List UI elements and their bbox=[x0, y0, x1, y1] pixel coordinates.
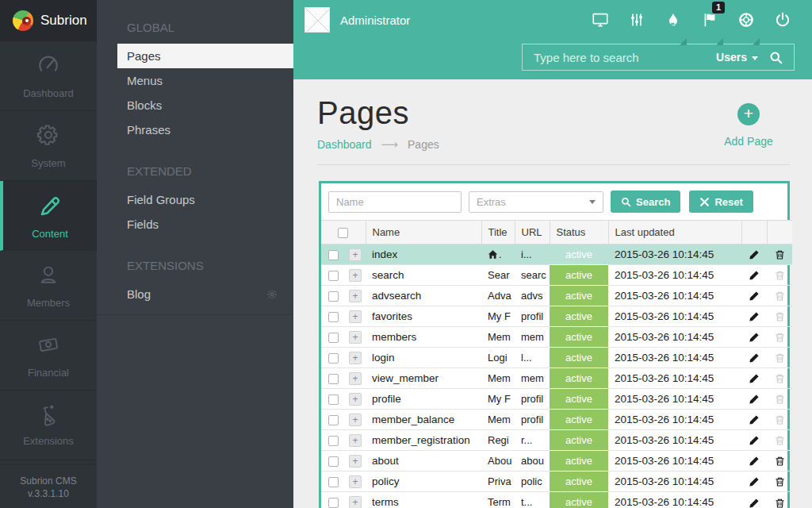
edit-cell[interactable] bbox=[741, 327, 767, 348]
page-name[interactable]: search bbox=[366, 265, 481, 286]
column-last-updated[interactable]: Last updated bbox=[608, 221, 741, 244]
breadcrumb-dashboard[interactable]: Dashboard bbox=[317, 138, 372, 151]
page-name[interactable]: member_registration bbox=[366, 430, 481, 451]
delete-cell[interactable] bbox=[767, 471, 792, 492]
blog-settings-gear-icon[interactable] bbox=[266, 289, 278, 300]
page-name[interactable]: member_balance bbox=[366, 410, 481, 430]
page-name[interactable]: advsearch bbox=[366, 286, 481, 306]
edit-cell[interactable] bbox=[741, 410, 767, 430]
row-checkbox[interactable] bbox=[328, 456, 339, 467]
filter-extras-select[interactable]: Extras bbox=[469, 191, 603, 213]
edit-cell[interactable] bbox=[741, 368, 767, 389]
row-checkbox[interactable] bbox=[328, 353, 339, 364]
flame-icon[interactable] bbox=[655, 0, 691, 40]
lifering-icon[interactable] bbox=[728, 0, 764, 40]
sidebar-item-members[interactable]: Members bbox=[0, 251, 97, 321]
table-row[interactable]: +advsearchAdvaadvsactive2015-03-26 10:14… bbox=[321, 286, 792, 306]
edit-icon[interactable] bbox=[749, 496, 760, 508]
expand-row-icon[interactable]: + bbox=[349, 414, 362, 426]
submenu-item-blocks[interactable]: Blocks bbox=[97, 93, 293, 117]
row-checkbox[interactable] bbox=[328, 394, 339, 405]
edit-icon[interactable] bbox=[749, 475, 760, 487]
row-checkbox[interactable] bbox=[328, 250, 339, 260]
power-icon[interactable] bbox=[764, 0, 801, 40]
edit-cell[interactable] bbox=[741, 286, 767, 306]
select-all-checkbox[interactable] bbox=[338, 228, 348, 238]
edit-cell[interactable] bbox=[741, 471, 767, 492]
delete-cell[interactable] bbox=[767, 244, 792, 265]
sidebar-item-dashboard[interactable]: Dashboard bbox=[0, 41, 97, 111]
table-row[interactable]: +member_registrationRegir...active2015-0… bbox=[321, 430, 792, 451]
edit-icon[interactable] bbox=[749, 393, 760, 405]
delete-cell[interactable] bbox=[767, 348, 792, 368]
row-checkbox[interactable] bbox=[328, 271, 339, 281]
page-name[interactable]: members bbox=[366, 327, 481, 348]
add-page-button[interactable]: + Add Page bbox=[720, 103, 777, 148]
delete-icon[interactable] bbox=[775, 475, 785, 487]
reset-button[interactable]: Reset bbox=[689, 190, 753, 213]
edit-cell[interactable] bbox=[741, 492, 767, 508]
table-row[interactable]: +membersMemmemactive2015-03-26 10:14:45 bbox=[321, 327, 792, 348]
search-input[interactable] bbox=[523, 51, 716, 64]
edit-cell[interactable] bbox=[741, 306, 767, 327]
row-checkbox[interactable] bbox=[328, 312, 339, 322]
page-name[interactable]: favorites bbox=[366, 306, 481, 327]
expand-row-icon[interactable]: + bbox=[349, 393, 362, 406]
sidebar-item-financial[interactable]: Financial bbox=[0, 321, 97, 391]
edit-cell[interactable] bbox=[741, 451, 767, 471]
submenu-item-fields[interactable]: Fields bbox=[97, 212, 293, 237]
table-row[interactable]: +loginLogil...active2015-03-26 10:14:45 bbox=[321, 348, 792, 368]
submenu-item-phrases[interactable]: Phrases bbox=[97, 117, 293, 142]
column-url[interactable]: URL bbox=[515, 221, 550, 244]
table-row[interactable]: +policyPrivapolicactive2015-03-26 10:14:… bbox=[321, 471, 792, 492]
column-title[interactable]: Title bbox=[481, 221, 515, 244]
edit-icon[interactable] bbox=[749, 248, 760, 260]
page-name[interactable]: about bbox=[366, 451, 481, 471]
expand-row-icon[interactable]: + bbox=[349, 248, 362, 261]
sliders-icon[interactable] bbox=[619, 0, 655, 40]
row-checkbox[interactable] bbox=[328, 333, 339, 343]
expand-row-icon[interactable]: + bbox=[349, 496, 362, 508]
delete-icon[interactable] bbox=[775, 455, 785, 467]
row-checkbox[interactable] bbox=[328, 291, 339, 302]
search-button[interactable]: Search bbox=[611, 190, 680, 213]
search-scope-dropdown[interactable]: Users bbox=[716, 51, 758, 64]
edit-icon[interactable] bbox=[749, 414, 760, 425]
search-icon[interactable] bbox=[758, 50, 794, 65]
submenu-item-pages[interactable]: Pages bbox=[117, 44, 293, 68]
expand-row-icon[interactable]: + bbox=[349, 372, 362, 385]
edit-cell[interactable] bbox=[741, 348, 767, 368]
page-name[interactable]: login bbox=[366, 348, 481, 368]
column-status[interactable]: Status bbox=[550, 221, 608, 244]
edit-cell[interactable] bbox=[741, 265, 767, 286]
edit-icon[interactable] bbox=[749, 269, 760, 281]
delete-cell[interactable] bbox=[767, 286, 792, 306]
edit-icon[interactable] bbox=[749, 352, 760, 364]
delete-cell[interactable] bbox=[767, 410, 792, 430]
column-name[interactable]: Name bbox=[366, 221, 481, 244]
table-row[interactable]: +index.i...active2015-03-26 10:14:45 bbox=[321, 244, 792, 265]
page-name[interactable]: policy bbox=[366, 471, 481, 492]
expand-row-icon[interactable]: + bbox=[349, 331, 362, 344]
expand-row-icon[interactable]: + bbox=[349, 455, 362, 468]
expand-row-icon[interactable]: + bbox=[349, 290, 362, 302]
table-row[interactable]: +profileMy Fprofilactive2015-03-26 10:14… bbox=[321, 389, 792, 410]
username[interactable]: Administrator bbox=[340, 13, 410, 27]
page-name[interactable]: view_member bbox=[366, 368, 481, 389]
delete-cell[interactable] bbox=[767, 451, 792, 471]
avatar[interactable] bbox=[304, 7, 330, 33]
row-checkbox[interactable] bbox=[328, 477, 339, 487]
delete-icon[interactable] bbox=[775, 496, 785, 508]
page-name[interactable]: terms bbox=[366, 492, 481, 508]
edit-icon[interactable] bbox=[749, 290, 760, 302]
submenu-item-menus[interactable]: Menus bbox=[97, 68, 293, 93]
expand-row-icon[interactable]: + bbox=[349, 352, 362, 364]
page-name[interactable]: profile bbox=[366, 389, 481, 410]
edit-cell[interactable] bbox=[741, 430, 767, 451]
delete-cell[interactable] bbox=[767, 327, 792, 348]
edit-icon[interactable] bbox=[749, 455, 760, 467]
table-row[interactable]: +view_memberMemmemactive2015-03-26 10:14… bbox=[321, 368, 792, 389]
filter-name-input[interactable] bbox=[328, 191, 462, 213]
row-checkbox[interactable] bbox=[328, 498, 339, 508]
table-row[interactable]: +searchSearsearcactive2015-03-26 10:14:4… bbox=[321, 265, 792, 286]
